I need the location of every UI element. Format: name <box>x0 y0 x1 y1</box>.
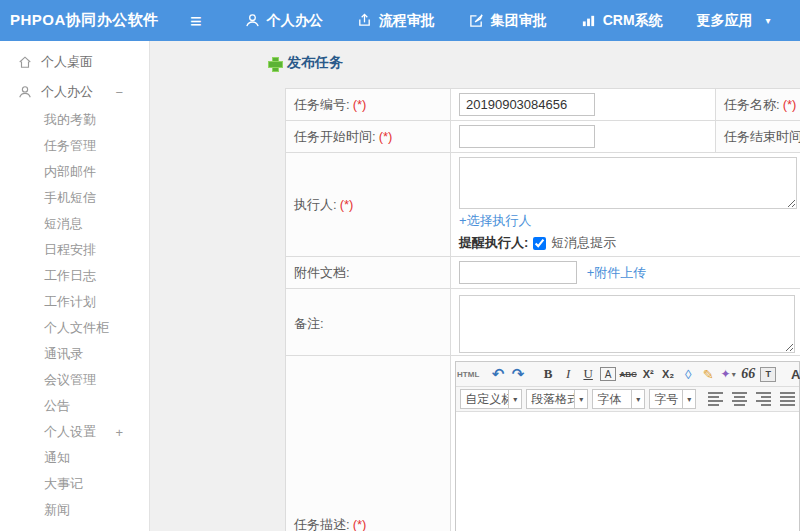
nav-label: 流程审批 <box>379 12 435 30</box>
sidebar-item-label: 工作计划 <box>44 293 96 311</box>
caret-down-icon: ▾ <box>508 390 521 408</box>
sidebar-item-schedule[interactable]: 日程安排 <box>0 237 149 263</box>
nav-crm-system[interactable]: CRM系统 <box>564 12 680 30</box>
subscript-button[interactable]: X₂ <box>660 365 676 383</box>
paragraph-format-dropdown[interactable]: 段落格式 ▾ <box>526 389 588 409</box>
top-navigation: 个人办公 流程审批 集团审批 <box>228 12 788 30</box>
table-row: 执行人:(*) +选择执行人 提醒执行人: 短消息提示 <box>286 153 800 257</box>
required-marker: (*) <box>353 97 367 112</box>
executor-textarea[interactable] <box>459 157 797 209</box>
caret-down-icon: ▾ <box>574 390 587 408</box>
undo-button[interactable]: ↶ <box>490 365 506 383</box>
executor-label-cell: 执行人:(*) <box>286 153 451 257</box>
sidebar-item-label: 个人文件柜 <box>44 319 109 337</box>
sidebar-item-meeting-management[interactable]: 会议管理 <box>0 367 149 393</box>
description-label-cell: 任务描述:(*) <box>286 356 451 531</box>
description-editor-cell: HTML ↶ ↷ B I U A ABC X² X₂ ◊ <box>451 356 800 531</box>
field-label: 任务描述: <box>294 517 350 531</box>
sidebar-item-label: 个人桌面 <box>41 53 93 71</box>
strikethrough-button[interactable]: ABC <box>620 365 636 383</box>
redo-button[interactable]: ↷ <box>510 365 526 383</box>
sidebar-item-notification[interactable]: 通知 <box>0 445 149 471</box>
font-family-dropdown[interactable]: 字体 ▾ <box>592 389 645 409</box>
sidebar-item-label: 日程安排 <box>44 241 96 259</box>
field-label: 执行人: <box>294 197 337 212</box>
sidebar-item-label: 任务管理 <box>44 137 96 155</box>
sidebar-item-work-log[interactable]: 工作日志 <box>0 263 149 289</box>
table-row: 任务编号:(*) 任务名称:(*) <box>286 89 800 121</box>
end-time-label-cell: 任务结束时间:(*) <box>716 121 800 153</box>
nav-label: 个人办公 <box>267 12 323 30</box>
bold-button[interactable]: B <box>540 365 556 383</box>
blockquote-button[interactable]: 66 <box>740 365 756 383</box>
hamburger-menu-icon[interactable]: ≡ <box>190 11 202 31</box>
paste-plain-text-icon[interactable]: T <box>760 367 776 382</box>
nav-group-approval[interactable]: 集团审批 <box>452 12 564 30</box>
main-content: 发布任务 任务编号:(*) 任务名称:(*) 任务开始时间:(*) <box>151 41 800 531</box>
field-label: 任务结束时间: <box>724 129 800 144</box>
sidebar-item-label: 通知 <box>44 449 70 467</box>
start-time-input[interactable] <box>459 125 595 148</box>
user-icon <box>18 85 32 99</box>
collapse-minus-icon[interactable]: − <box>115 85 149 100</box>
approval-icon <box>357 13 372 28</box>
nav-workflow-approval[interactable]: 流程审批 <box>340 12 452 30</box>
attachment-input[interactable] <box>459 261 577 284</box>
field-label: 备注: <box>294 316 324 331</box>
custom-title-dropdown[interactable]: 自定义标题 ▾ <box>460 389 522 409</box>
app-logo: PHPOA协同办公软件 <box>0 11 160 30</box>
nav-label: 集团审批 <box>491 12 547 30</box>
sidebar-item-mobile-sms[interactable]: 手机短信 <box>0 185 149 211</box>
font-size-dropdown[interactable]: 字号 ▾ <box>649 389 696 409</box>
underline-button[interactable]: U <box>580 365 596 383</box>
remark-label-cell: 备注: <box>286 289 451 360</box>
align-left-icon[interactable] <box>708 391 723 407</box>
sidebar-item-label: 我的考勤 <box>44 111 96 129</box>
sidebar-item-label: 工作日志 <box>44 267 96 285</box>
sidebar-item-short-message[interactable]: 短消息 <box>0 211 149 237</box>
dropdown-label: 段落格式 <box>527 391 574 408</box>
sidebar-item-personal-office[interactable]: 个人办公 − <box>0 77 149 107</box>
format-brush-icon[interactable]: ✎ <box>700 365 716 383</box>
sidebar-item-label: 内部邮件 <box>44 163 96 181</box>
align-center-icon[interactable] <box>732 391 747 407</box>
sidebar-item-contacts[interactable]: 通讯录 <box>0 341 149 367</box>
sidebar-item-task-management[interactable]: 任务管理 <box>0 133 149 159</box>
html-source-button[interactable]: HTML <box>460 365 476 383</box>
sidebar-item-label: 公告 <box>44 397 70 415</box>
align-justify-icon[interactable] <box>780 391 795 407</box>
font-border-button[interactable]: A <box>600 367 616 381</box>
caret-down-icon: ▾ <box>682 390 695 408</box>
sidebar-item-my-attendance[interactable]: 我的考勤 <box>0 107 149 133</box>
sms-remind-checkbox[interactable] <box>533 237 546 250</box>
sidebar-item-personal-files[interactable]: 个人文件柜 <box>0 315 149 341</box>
remark-textarea[interactable] <box>459 295 795 353</box>
start-time-input-cell <box>451 121 716 153</box>
task-number-input[interactable] <box>459 93 595 116</box>
sidebar-item-internal-mail[interactable]: 内部邮件 <box>0 159 149 185</box>
italic-button[interactable]: I <box>560 365 576 383</box>
sidebar-item-label: 个人设置 <box>44 423 96 441</box>
sidebar-item-personal-settings[interactable]: 个人设置 + <box>0 419 149 445</box>
superscript-button[interactable]: X² <box>640 365 656 383</box>
add-plus-icon <box>268 57 281 70</box>
required-marker: (*) <box>353 517 367 531</box>
home-icon <box>18 55 32 69</box>
align-right-icon[interactable] <box>756 391 771 407</box>
format-eraser-icon[interactable]: ◊ <box>680 365 696 383</box>
select-executor-link[interactable]: +选择执行人 <box>459 213 532 228</box>
sidebar-item-work-plan[interactable]: 工作计划 <box>0 289 149 315</box>
auto-typeset-icon[interactable]: ✦▾ <box>720 365 736 383</box>
attachment-upload-link[interactable]: +附件上传 <box>587 265 647 280</box>
nav-more-apps[interactable]: 更多应用 ▾ <box>680 12 788 30</box>
sidebar-item-personal-desktop[interactable]: 个人桌面 <box>0 47 149 77</box>
font-color-button[interactable]: A▾ <box>790 365 800 383</box>
expand-plus-icon[interactable]: + <box>115 425 149 440</box>
dropdown-label: 字号 <box>650 391 682 408</box>
sidebar-item-announcement[interactable]: 公告 <box>0 393 149 419</box>
sidebar-item-major-events[interactable]: 大事记 <box>0 471 149 497</box>
sidebar-item-news[interactable]: 新闻 <box>0 497 149 523</box>
nav-personal-office[interactable]: 个人办公 <box>228 12 340 30</box>
rich-text-editor: HTML ↶ ↷ B I U A ABC X² X₂ ◊ <box>455 361 800 531</box>
editor-content-area[interactable] <box>456 412 799 531</box>
